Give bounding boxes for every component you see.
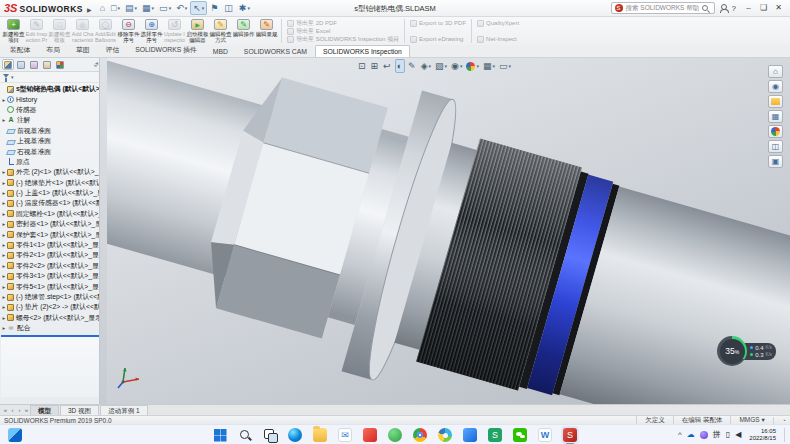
document-tab[interactable]: 模型	[30, 405, 59, 415]
tab-nav-button[interactable]: ›	[16, 407, 23, 413]
search-icon[interactable]	[236, 426, 254, 444]
ribbon-button[interactable]: 新建检查模板	[48, 18, 71, 44]
command-tab[interactable]: MBD	[205, 45, 236, 57]
open-icon[interactable]: ▤▾	[123, 1, 139, 15]
display-style-icon[interactable]: ▧ ▾	[434, 59, 448, 73]
ribbon-button[interactable]: 编辑量规	[255, 18, 278, 44]
display-monitor-icon[interactable]: ▣	[768, 155, 783, 168]
close-button[interactable]: ✕	[771, 0, 786, 16]
tab-nav-button[interactable]: ‹	[9, 407, 16, 413]
save-icon[interactable]: ▦▾	[140, 1, 156, 15]
dimxpertmanager-tab-icon[interactable]	[41, 59, 53, 70]
appearance-wheel-icon[interactable]	[768, 125, 783, 138]
command-tab[interactable]: 布局	[38, 42, 68, 57]
ribbon-button[interactable]: 选择零件序号	[140, 18, 163, 44]
export-button[interactable]: 导出至 SOLIDWORKS Inspection 项目	[287, 35, 399, 43]
file-explorer-icon[interactable]	[311, 426, 329, 444]
ribbon-button[interactable]: Add/Edit Balloons	[94, 18, 117, 44]
export-button[interactable]: Export to 3D PDF	[410, 19, 466, 27]
options-icon[interactable]: ✱▾	[237, 1, 252, 15]
mail-icon[interactable]	[336, 426, 354, 444]
store-app-icon[interactable]	[361, 426, 379, 444]
document-tab[interactable]: 3D 视图	[60, 405, 99, 415]
view-orientation-icon[interactable]: ◈ ▾	[420, 59, 432, 73]
pane-split-icon[interactable]: ◫	[768, 140, 783, 153]
ime-icon[interactable]: 拼	[713, 425, 721, 444]
configurationmanager-tab-icon[interactable]	[28, 59, 40, 70]
edit-appearance-icon[interactable]: ▾	[465, 59, 480, 73]
command-tab[interactable]: SOLIDWORKS 插件	[127, 42, 205, 57]
tab-nav-button[interactable]: »	[23, 407, 30, 413]
filter-funnel-icon[interactable]	[3, 74, 9, 81]
tree-item[interactable]: ▸ 保护套<1> (默认<<默认>_显示状	[1, 229, 99, 239]
3d-content-icon[interactable]: ◉	[768, 80, 783, 93]
panel-collapse-arrow[interactable]: ◂	[95, 59, 98, 66]
help-search-input[interactable]: S 搜索 SOLIDWORKS 帮助	[611, 2, 715, 14]
tree-item[interactable]: ▸ History	[1, 94, 99, 104]
welcome-home-icon[interactable]: ⌂	[768, 65, 783, 78]
tray-expand-icon[interactable]: ^	[678, 425, 682, 444]
view-settings-icon[interactable]: ▭ ▾	[498, 59, 512, 73]
tree-item[interactable]: ▸ 零件2<2> (默认<<默认>_显示状	[1, 261, 99, 271]
annotation-view-icon[interactable]: ✎	[407, 59, 418, 73]
tree-item[interactable]: 传感器	[1, 105, 99, 115]
ribbon-button[interactable]: 移除零件序号	[117, 18, 140, 44]
select-cursor-icon[interactable]: ↖▾	[190, 1, 207, 15]
status-units-selector[interactable]: MMGS ▾	[730, 416, 772, 424]
partner-button[interactable]: Net-Inspect	[477, 35, 519, 43]
wps-icon[interactable]	[536, 426, 554, 444]
tree-item[interactable]: ▸ 零件5<1> (默认<<默认>_显示状	[1, 281, 99, 291]
tree-item[interactable]: ▸ 外壳 (2)<1> (默认<<默认>_显示状	[1, 167, 99, 177]
command-tab[interactable]: 装配体	[2, 42, 38, 57]
tree-item[interactable]: 上视基准面	[1, 136, 99, 146]
tree-item[interactable]: 原点	[1, 157, 99, 167]
login-user-icon[interactable]	[720, 4, 727, 12]
minimize-button[interactable]: –	[741, 0, 756, 16]
ribbon-button[interactable]: 新建检查项目 (imp:N)	[2, 18, 25, 44]
tree-item[interactable]: ▸ 零件1<1> (默认<<默认>_显示状	[1, 240, 99, 250]
panel-viewport-splitter[interactable]	[100, 58, 107, 404]
tree-item[interactable]: ▸ 零件3<1> (默认<<默认>_显示状	[1, 271, 99, 281]
volume-icon[interactable]: ◀	[735, 425, 741, 444]
displaymanager-tab-icon[interactable]	[54, 59, 66, 70]
command-tab[interactable]: 草图	[68, 42, 98, 57]
tree-item[interactable]: ▸ 螺母<2> (默认<<默认>_显示状态	[1, 313, 99, 323]
onedrive-icon[interactable]: ☁	[687, 425, 695, 444]
start-icon[interactable]	[211, 426, 229, 444]
tree-item[interactable]: ▸ (-) 温度传感器<1> (默认<<默认>_	[1, 198, 99, 208]
graphics-viewport[interactable]: ⊡ ⊞ ↩ ◐ ✎ ◈	[107, 58, 790, 404]
green-s-app-icon[interactable]	[486, 426, 504, 444]
tree-item[interactable]: ▸ (-) 垫片 (2)<2> -> (默认<<默认>	[1, 302, 99, 312]
net-speed-overlay[interactable]: 35% 0.4 K/s 0.3 K/s	[717, 336, 776, 366]
propertymanager-tab-icon[interactable]	[15, 59, 27, 70]
command-tab[interactable]: 评估	[98, 42, 128, 57]
task-view-icon[interactable]	[261, 426, 279, 444]
restore-button[interactable]: ❏	[756, 0, 771, 16]
document-tab[interactable]: 运动算例 1	[100, 405, 147, 415]
tree-item[interactable]: ▸ (-) 绝缘管.step<1> (默认<<默认>	[1, 292, 99, 302]
phone-link-icon[interactable]: ▯	[726, 425, 730, 444]
filter-caret-icon[interactable]: ▾	[11, 74, 14, 80]
partner-button[interactable]: QualityXpert	[477, 19, 519, 27]
tree-item[interactable]: 右视基准面	[1, 146, 99, 156]
hide-show-items-icon[interactable]: ◉ ▾	[450, 59, 463, 73]
section-view-icon[interactable]: ◐	[395, 59, 405, 73]
open-folder-icon[interactable]	[768, 95, 783, 108]
zoom-area-icon[interactable]: ⊞	[370, 59, 381, 73]
chrome-icon[interactable]	[411, 426, 429, 444]
blue-app-icon[interactable]	[461, 426, 479, 444]
zoom-fit-icon[interactable]: ⊡	[357, 59, 368, 73]
new-document-icon[interactable]: □▾	[109, 1, 122, 15]
tree-item[interactable]: ▸ (-) 上盖<1> (默认<<默认>_显示状	[1, 188, 99, 198]
featuremanager-tab-icon[interactable]	[2, 59, 14, 70]
undo-icon[interactable]: ↶▾	[174, 1, 189, 15]
tree-item[interactable]: ▸ (-) 绝缘垫片<1> (默认<<默认>_显	[1, 178, 99, 188]
export-button[interactable]: Export eDrawing	[410, 35, 466, 43]
security-icon[interactable]	[700, 431, 708, 439]
tree-item[interactable]: ▸ 配合	[1, 323, 99, 333]
ribbon-button[interactable]: Edit Inspection Project	[25, 18, 48, 44]
wechat-icon[interactable]	[511, 426, 529, 444]
ribbon-button[interactable]: 编辑操作	[232, 18, 255, 44]
previous-view-icon[interactable]: ↩	[382, 59, 393, 73]
green-app-icon[interactable]	[386, 426, 404, 444]
